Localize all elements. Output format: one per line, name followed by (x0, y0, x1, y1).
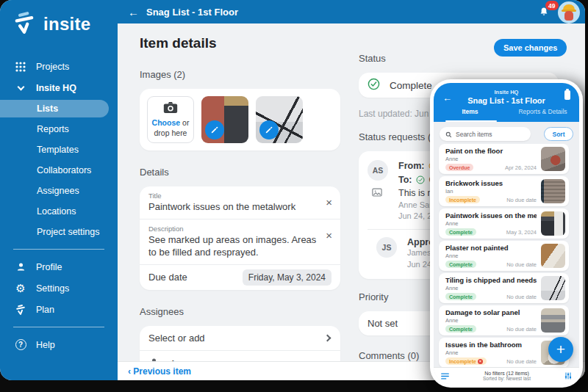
filter-sliders-icon[interactable] (564, 369, 572, 382)
search-icon (445, 128, 452, 141)
clear-description-icon[interactable]: × (326, 230, 332, 241)
item-assignee: Ian (445, 188, 453, 195)
insite-logo-icon (12, 10, 37, 38)
sidebar-item-lists[interactable]: Lists (0, 100, 109, 117)
status-badge: Incomplete (445, 196, 480, 203)
item-title: Plaster not painted (445, 244, 537, 252)
search-placeholder: Search items (456, 131, 492, 138)
gear-icon: ⚙ (15, 283, 26, 294)
item-date: No due date (506, 197, 537, 203)
page-title: Item details (140, 35, 340, 51)
choose-file-link[interactable]: Choose (152, 118, 181, 127)
sidebar-item-insite-hq[interactable]: Insite HQ (0, 77, 118, 98)
sidebar-item-label: Reports (37, 124, 69, 134)
from-label: From: (398, 161, 424, 171)
sidebar-item-label: Settings (36, 283, 69, 294)
sidebar-item-label: Lists (37, 104, 58, 114)
back-icon[interactable]: ← (128, 6, 139, 18)
item-title: Issues in the bathroom (445, 341, 537, 349)
list-item[interactable]: Paintwork issues on the met... Anne Comp… (439, 208, 569, 239)
status-heading: Status (359, 53, 559, 64)
sort-button[interactable]: Sort (544, 127, 573, 141)
list-item[interactable]: Plaster not painted Anne CompleteNo due … (439, 241, 569, 271)
assignee-select[interactable]: Select or add (140, 326, 340, 350)
item-assignee: Anne (445, 220, 459, 227)
assignees-heading: Assignees (140, 306, 340, 317)
sidebar-item-project-settings[interactable]: Project settings (0, 222, 118, 242)
edit-image-button[interactable] (205, 120, 224, 139)
item-date: No due date (506, 261, 537, 268)
sidebar-item-label: Project settings (37, 227, 99, 237)
grid-icon (15, 62, 26, 72)
image-thumbnail-2[interactable] (256, 96, 303, 143)
sidebar-item-plan[interactable]: Plan (0, 299, 118, 320)
sidebar-item-collaborators[interactable]: Collaborators (0, 160, 118, 181)
check-circle-icon (368, 78, 380, 93)
search-input[interactable]: Search items (440, 127, 531, 141)
list-item[interactable]: Paint on the floor Anne OverdueApr 26, 2… (439, 144, 569, 174)
description-field[interactable]: Description See marked up areas on image… (140, 219, 340, 264)
list-item[interactable]: Damage to solar panel Anne CompleteNo du… (439, 305, 569, 335)
sidebar-item-label: Profile (36, 262, 62, 272)
tab-reports-details[interactable]: Reports & Details (506, 108, 579, 122)
list-item[interactable]: Brickwork issues Ian IncompleteNo due da… (439, 176, 569, 206)
status-badge: Complete (445, 325, 476, 333)
images-heading: Images (2) (140, 69, 340, 80)
status-badge: Complete (445, 261, 476, 268)
title-field[interactable]: Title Paintwork issues on the metalwork … (140, 186, 340, 219)
item-thumbnail (541, 147, 565, 171)
status-badge-label: Incomplete (449, 359, 476, 364)
sidebar-item-label: Collaborators (37, 165, 91, 175)
item-assignee: Anne (445, 156, 459, 162)
rejected-dot-icon: × (478, 359, 483, 364)
sidebar-item-label: Locations (37, 206, 76, 217)
description-field-value[interactable]: See marked up areas on images. Areas to … (148, 233, 318, 259)
status-badge: Overdue (445, 164, 473, 171)
phone-title: Snag List - 1st Floor (434, 96, 579, 105)
item-assignee: Anne (445, 317, 459, 324)
previous-item-link[interactable]: ‹ Previous item (128, 366, 191, 377)
item-thumbnail (541, 211, 565, 236)
list-view-icon[interactable] (441, 369, 449, 382)
image-thumbnail-1[interactable] (201, 96, 248, 143)
edit-image-button[interactable] (259, 120, 279, 139)
phone-footer: No filters (12 items) Sorted by: Newest … (434, 367, 579, 384)
sidebar-nav: Projects Insite HQ Lists Reports Templat… (0, 56, 118, 355)
due-date-label: Due date (148, 272, 187, 283)
item-date: No due date (506, 326, 537, 333)
add-item-fab[interactable]: + (548, 337, 573, 362)
phone-back-icon[interactable]: ← (442, 92, 452, 104)
item-title: Paintwork issues on the met... (445, 211, 537, 219)
status-badge: Complete (445, 228, 476, 236)
drop-here-text: drop here (154, 128, 187, 137)
photo-icon (372, 186, 388, 200)
item-date: May 3, 2024 (506, 229, 537, 236)
image-upload-dropzone[interactable]: Choose or drop here (147, 96, 194, 143)
notification-badge: 49 (545, 1, 559, 10)
item-title: Damage to solar panel (445, 308, 537, 316)
chevron-right-icon (324, 334, 331, 341)
sidebar-item-help[interactable]: ? Help (0, 334, 118, 355)
title-field-value[interactable]: Paintwork issues on the metalwork (148, 200, 318, 214)
sidebar-item-reports[interactable]: Reports (0, 119, 118, 139)
sidebar-item-label: Templates (37, 145, 79, 155)
status-badge: Complete (445, 293, 476, 300)
sidebar-item-assignees[interactable]: Assignees (0, 181, 118, 201)
sidebar-item-profile[interactable]: Profile (0, 256, 118, 277)
choose-or-text: or (182, 118, 189, 127)
sidebar-item-templates[interactable]: Templates (0, 139, 118, 160)
user-avatar[interactable] (558, 1, 580, 23)
sidebar-item-locations[interactable]: Locations (0, 201, 118, 222)
previous-item-label: Previous item (133, 366, 191, 377)
due-date-value[interactable]: Friday, May 3, 2024 (243, 269, 331, 286)
help-icon: ? (15, 339, 26, 350)
sidebar-item-projects[interactable]: Projects (0, 56, 118, 77)
sort-summary: Sorted by: Newest last (449, 376, 564, 381)
clear-title-icon[interactable]: × (326, 197, 332, 208)
item-assignee: Anne (445, 285, 459, 291)
assignee-select-label: Select or add (148, 333, 205, 344)
sidebar-item-settings[interactable]: ⚙ Settings (0, 277, 118, 299)
list-item[interactable]: Tiling is chipped and needs t... Anne Co… (439, 273, 569, 303)
plan-icon (15, 304, 26, 316)
topbar: ← Snag List - 1st Floor 49 (118, 0, 585, 23)
